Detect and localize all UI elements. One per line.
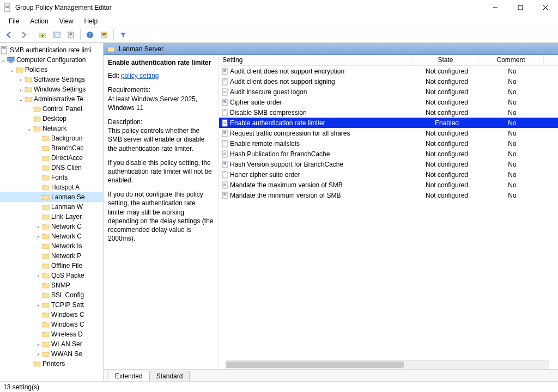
expander-closed-icon[interactable]: ›: [17, 77, 24, 83]
tree-item-policies[interactable]: ⌄ Policies: [0, 65, 103, 75]
tree-item-wlan[interactable]: ›WLAN Ser: [0, 339, 103, 349]
expander-closed-icon[interactable]: ›: [35, 302, 41, 308]
view-tabs: Extended Standard: [104, 369, 558, 381]
tree-item-lanmanws[interactable]: Lanman W: [0, 202, 103, 212]
tree-item-desktop[interactable]: Desktop: [0, 114, 103, 124]
navigation-tree[interactable]: SMB authentication rate limi ⌄ Computer …: [0, 43, 104, 381]
setting-row[interactable]: Hash Publication for BranchCacheNot conf…: [219, 149, 558, 159]
tree-item-dns[interactable]: DNS Clien: [0, 163, 103, 173]
minimize-button[interactable]: [483, 0, 508, 15]
setting-row[interactable]: Audit insecure guest logonNot configured…: [219, 87, 558, 97]
tree-item-branchc[interactable]: BranchCac: [0, 143, 103, 153]
menu-action[interactable]: Action: [26, 16, 52, 26]
svg-rect-90: [223, 153, 226, 154]
help-button[interactable]: ?: [84, 29, 96, 41]
show-hide-tree-button[interactable]: [51, 29, 63, 41]
back-button[interactable]: [3, 29, 15, 41]
filter-button[interactable]: [117, 29, 129, 41]
properties-button[interactable]: [98, 29, 110, 41]
close-button[interactable]: [533, 0, 558, 15]
tree-item-software-settings[interactable]: › Software Settings: [0, 75, 103, 84]
setting-row[interactable]: Mandate the maximum version of SMBNot co…: [219, 180, 558, 190]
tree-item-winc1[interactable]: Windows C: [0, 310, 103, 320]
setting-row[interactable]: Enable remote mailslotsNot configuredNo: [219, 138, 558, 149]
expander-closed-icon[interactable]: ›: [35, 234, 41, 240]
tree-item-netc2[interactable]: ›Network C: [0, 231, 103, 241]
tree-item-offline[interactable]: Offline File: [0, 261, 103, 271]
maximize-button[interactable]: [508, 0, 533, 15]
folder-icon: [41, 310, 50, 319]
setting-row[interactable]: Mandate the minimum version of SMBNot co…: [219, 190, 558, 200]
svg-rect-99: [223, 175, 226, 175]
expander-open-icon[interactable]: ⌄: [26, 126, 33, 132]
expander-closed-icon[interactable]: ›: [35, 351, 41, 357]
tree-item-winc2[interactable]: Windows C: [0, 320, 103, 329]
expander-open-icon[interactable]: ⌄: [17, 96, 24, 102]
setting-row[interactable]: Request traffic compression for all shar…: [219, 128, 558, 138]
tree-item-sslc[interactable]: SSL Config: [0, 290, 103, 300]
toolbar-divider: [80, 29, 81, 40]
column-comment[interactable]: Comment: [478, 55, 544, 65]
tree-item-qos[interactable]: ›QoS Packe: [0, 271, 103, 280]
expander-open-icon[interactable]: ⌄: [9, 67, 15, 73]
tree-item-netp[interactable]: Network P: [0, 251, 103, 261]
setting-row[interactable]: Enable authentication rate limiterEnable…: [219, 118, 558, 128]
tab-standard[interactable]: Standard: [149, 371, 190, 381]
tree-item-tcpip[interactable]: ›TCPIP Sett: [0, 300, 103, 310]
svg-rect-47: [43, 293, 49, 298]
tree-item-bgsync[interactable]: Backgroun: [0, 133, 103, 143]
folder-icon: [41, 330, 50, 339]
svg-rect-29: [34, 117, 40, 121]
tree-item-windows-settings[interactable]: › Windows Settings: [0, 84, 103, 94]
expander-open-icon[interactable]: ⌄: [0, 57, 7, 63]
tree-item-root[interactable]: SMB authentication rate limi: [0, 45, 103, 55]
tree-label: Desktop: [43, 115, 66, 122]
edit-policy-setting-link[interactable]: policy setting: [121, 72, 159, 79]
svg-rect-32: [43, 146, 49, 151]
tree-item-snmp[interactable]: SNMP: [0, 280, 103, 290]
toolbar-divider: [33, 29, 33, 40]
setting-row[interactable]: Hash Version support for BranchCacheNot …: [219, 159, 558, 169]
up-one-level-button[interactable]: [37, 29, 48, 41]
settings-list[interactable]: Audit client does not support encryption…: [219, 66, 558, 360]
tree-item-linklayer[interactable]: Link-Layer: [0, 212, 103, 222]
tree-item-fonts[interactable]: Fonts: [0, 173, 103, 182]
expander-closed-icon[interactable]: ›: [17, 87, 24, 93]
tree-item-netis[interactable]: Network Is: [0, 241, 103, 251]
setting-row[interactable]: Audit client does not support encryption…: [219, 66, 558, 76]
expander-closed-icon[interactable]: ›: [35, 341, 41, 347]
setting-row[interactable]: Honor cipher suite orderNot configuredNo: [219, 169, 558, 180]
expander-closed-icon[interactable]: ›: [35, 273, 41, 279]
menu-view[interactable]: View: [55, 16, 78, 26]
tree-item-administrative-templates[interactable]: ⌄ Administrative Te: [0, 94, 103, 104]
scrollbar-thumb[interactable]: [226, 362, 404, 368]
expander-closed-icon[interactable]: ›: [35, 224, 41, 230]
svg-rect-65: [223, 90, 226, 90]
menu-help[interactable]: Help: [80, 16, 102, 26]
tree-item-network[interactable]: ⌄ Network: [0, 124, 103, 133]
column-setting[interactable]: Setting: [219, 55, 413, 65]
tree-item-lanmansrv[interactable]: Lanman Se: [0, 192, 103, 202]
svg-rect-33: [43, 156, 49, 161]
setting-state: Not configured: [414, 171, 480, 179]
setting-comment: No: [480, 150, 545, 158]
tree-item-dac[interactable]: DirectAcce: [0, 153, 103, 163]
svg-rect-25: [25, 78, 32, 82]
export-list-button[interactable]: [65, 29, 77, 41]
tree-item-netc1[interactable]: ›Network C: [0, 222, 103, 231]
svg-rect-87: [223, 144, 226, 144]
forward-button[interactable]: [17, 29, 29, 41]
column-state[interactable]: State: [413, 55, 478, 65]
setting-row[interactable]: Disable SMB compressionNot configuredNo: [219, 107, 558, 118]
tree-item-printers[interactable]: Printers: [0, 359, 103, 369]
setting-row[interactable]: Audit client does not support signingNot…: [219, 76, 558, 87]
tree-item-wwan[interactable]: ›WWAN Se: [0, 349, 103, 359]
horizontal-scrollbar[interactable]: [226, 360, 549, 369]
setting-row[interactable]: Cipher suite orderNot configuredNo: [219, 97, 558, 107]
tab-extended[interactable]: Extended: [108, 371, 150, 381]
tree-item-hotspot[interactable]: Hotspot A: [0, 182, 103, 192]
tree-item-computer-configuration[interactable]: ⌄ Computer Configuration: [0, 55, 103, 65]
tree-item-wless[interactable]: Wireless D: [0, 329, 103, 339]
menu-file[interactable]: File: [4, 16, 23, 26]
tree-item-control-panel[interactable]: Control Panel: [0, 104, 103, 114]
